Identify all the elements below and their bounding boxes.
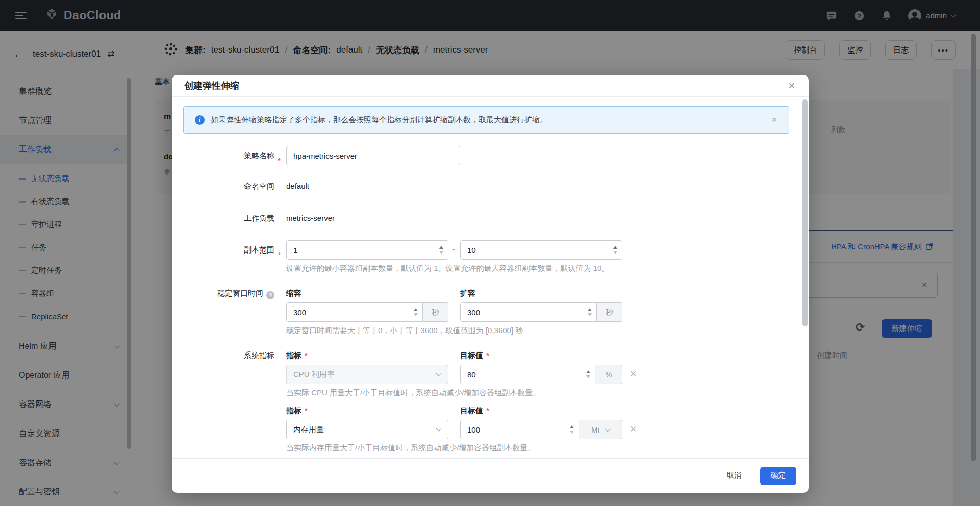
modal-header: 创建弹性伸缩 ✕ bbox=[172, 75, 809, 97]
chevron-down-icon bbox=[436, 425, 441, 431]
workload-value: metrics-server bbox=[286, 212, 335, 225]
seconds-unit: 秒 bbox=[597, 302, 622, 322]
seconds-unit: 秒 bbox=[423, 302, 448, 322]
create-hpa-modal: 创建弹性伸缩 ✕ i 如果弹性伸缩策略指定了多个指标，那么会按照每个指标分别计算… bbox=[172, 75, 809, 493]
stability-window-helper: 稳定窗口时间需要大于等于0，小于等于3600，取值范围为 [0,3600] 秒 bbox=[286, 326, 634, 336]
namespace-label: 命名空间 bbox=[244, 182, 274, 190]
scale-down-window-input[interactable] bbox=[286, 302, 423, 322]
metric-select-cpu[interactable]: CPU 利用率 bbox=[286, 365, 448, 384]
confirm-button[interactable]: 确定 bbox=[760, 467, 796, 485]
modal-title: 创建弹性伸缩 bbox=[184, 80, 239, 92]
screen: DaoCloud ? admin ← test-sku-cluster01 ⇄ bbox=[0, 0, 980, 506]
scale-up-label: 扩容 bbox=[460, 289, 475, 298]
workload-label: 工作负载 bbox=[244, 214, 274, 222]
replica-range-label: 副本范围 bbox=[244, 245, 274, 254]
stepper-icon[interactable] bbox=[439, 246, 443, 254]
required-asterisk: * bbox=[305, 351, 308, 360]
modal-close-icon[interactable]: ✕ bbox=[788, 82, 795, 90]
stepper-icon[interactable] bbox=[570, 425, 574, 434]
system-metrics-label: 系统指标 bbox=[244, 351, 274, 360]
cpu-target-input[interactable] bbox=[460, 365, 595, 384]
modal-scrollbar[interactable] bbox=[802, 99, 808, 326]
policy-name-input[interactable] bbox=[286, 146, 460, 165]
stepper-icon[interactable] bbox=[586, 370, 590, 378]
memory-metric-helper: 当实际内存用量大于/小于目标值时，系统自动减少/增加容器组副本数量。 bbox=[286, 443, 637, 453]
target-column-label: 目标值 bbox=[460, 351, 483, 360]
replica-max-input[interactable] bbox=[460, 240, 622, 260]
metric-column-label: 指标 bbox=[286, 406, 301, 415]
cancel-button[interactable]: 取消 bbox=[726, 471, 742, 480]
chevron-down-icon bbox=[436, 370, 441, 376]
modal-body: i 如果弹性伸缩策略指定了多个指标，那么会按照每个指标分别计算扩缩副本数，取最大… bbox=[172, 97, 809, 458]
modal-footer: 取消 确定 bbox=[172, 458, 809, 493]
namespace-value: default bbox=[286, 180, 309, 193]
stepper-icon[interactable] bbox=[588, 308, 592, 316]
range-tilde: ~ bbox=[448, 240, 460, 260]
required-asterisk: * bbox=[278, 151, 281, 170]
required-asterisk: * bbox=[305, 406, 308, 415]
help-tooltip-icon[interactable]: ? bbox=[266, 291, 274, 299]
memory-unit-select[interactable]: Mi bbox=[579, 420, 622, 439]
stepper-icon[interactable] bbox=[613, 246, 617, 254]
replica-min-input[interactable] bbox=[286, 240, 448, 260]
stepper-icon[interactable] bbox=[414, 308, 418, 316]
metric-select-memory[interactable]: 内存用量 bbox=[286, 420, 448, 439]
cpu-metric-helper: 当实际 CPU 用量大于/小于目标值时，系统自动减少/增加容器组副本数量。 bbox=[286, 388, 637, 398]
remove-metric-icon[interactable]: ✕ bbox=[630, 365, 637, 384]
policy-name-label: 策略名称 bbox=[244, 151, 274, 160]
info-alert: i 如果弹性伸缩策略指定了多个指标，那么会按照每个指标分别计算扩缩副本数，取最大… bbox=[183, 106, 789, 134]
stability-window-label: 稳定窗口时间 bbox=[217, 289, 263, 297]
metric-column-label: 指标 bbox=[286, 351, 301, 360]
percent-unit: % bbox=[595, 365, 622, 384]
target-column-label: 目标值 bbox=[460, 406, 483, 415]
remove-metric-icon[interactable]: ✕ bbox=[630, 420, 637, 439]
replica-range-helper: 设置允许的最小容器组副本数量，默认值为 1。设置允许的最大容器组副本数量，默认值… bbox=[286, 264, 622, 273]
required-asterisk: * bbox=[486, 406, 489, 415]
alert-close-icon[interactable]: ✕ bbox=[771, 116, 777, 124]
scale-up-window-input[interactable] bbox=[460, 302, 597, 322]
scale-down-label: 缩容 bbox=[286, 289, 301, 298]
alert-text: 如果弹性伸缩策略指定了多个指标，那么会按照每个指标分别计算扩缩副本数，取最大值进… bbox=[211, 115, 765, 125]
required-asterisk: * bbox=[278, 245, 281, 265]
info-icon: i bbox=[195, 115, 205, 125]
required-asterisk: * bbox=[486, 351, 489, 360]
chevron-down-icon bbox=[605, 426, 610, 432]
memory-target-input[interactable] bbox=[460, 420, 579, 439]
